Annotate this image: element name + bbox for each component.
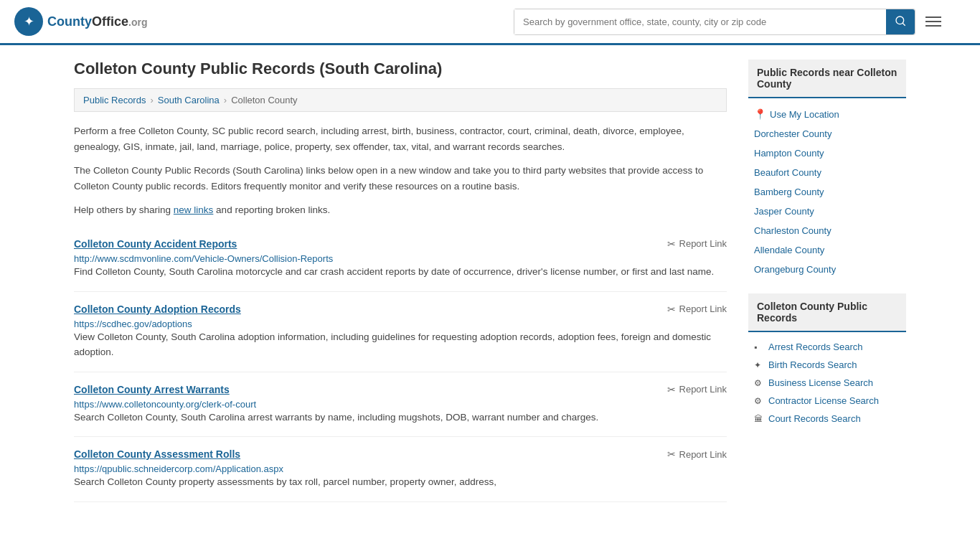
intro3-prefix: Help others by sharing: [74, 204, 174, 215]
record-url-0[interactable]: http://www.scdmvonline.com/Vehicle-Owner…: [74, 253, 333, 264]
contractor-license-icon: ⚙: [754, 396, 764, 406]
breadcrumb: Public Records › South Carolina › Collet…: [74, 88, 727, 112]
page-title: Colleton County Public Records (South Ca…: [74, 60, 727, 78]
hamburger-menu-button[interactable]: [923, 14, 944, 29]
record-title-3[interactable]: Colleton County Assessment Rolls: [74, 448, 240, 460]
court-records-icon: 🏛: [754, 414, 764, 424]
record-title-0[interactable]: Colleton County Accident Reports: [74, 238, 237, 250]
location-pin-icon: 📍: [754, 108, 766, 120]
contractor-license-link[interactable]: Contractor License Search: [768, 395, 879, 406]
scissors-icon-1: ✂: [667, 303, 676, 315]
logo-icon: ✦: [14, 7, 43, 36]
hampton-county-link[interactable]: Hampton County: [754, 148, 824, 159]
logo-county: County: [47, 14, 92, 29]
sidebar-contractor-license: ⚙ Contractor License Search: [748, 392, 906, 410]
sidebar-item-charleston: Charleston County: [748, 221, 906, 240]
jasper-county-link[interactable]: Jasper County: [754, 206, 814, 217]
intro-text-2: The Colleton County Public Records (Sout…: [74, 163, 727, 194]
record-url-2[interactable]: https://www.colletoncounty.org/clerk-of-…: [74, 399, 256, 410]
hamburger-line-3: [925, 25, 941, 27]
record-desc-3: Search Colleton County property assessme…: [74, 474, 727, 490]
intro-text-3: Help others by sharing new links and rep…: [74, 202, 727, 218]
business-license-link[interactable]: Business License Search: [768, 377, 873, 388]
breadcrumb-current: Colleton County: [231, 95, 298, 105]
breadcrumb-sep-1: ›: [150, 95, 153, 105]
charleston-county-link[interactable]: Charleston County: [754, 225, 831, 236]
record-title-1[interactable]: Colleton County Adoption Records: [74, 303, 241, 315]
record-desc-1: View Colleton County, South Carolina ado…: [74, 329, 727, 360]
search-button[interactable]: [886, 9, 915, 34]
sidebar-item-hampton: Hampton County: [748, 143, 906, 163]
logo-domain: .org: [128, 17, 147, 28]
use-location[interactable]: 📍 Use My Location: [748, 104, 906, 124]
record-item: Colleton County Accident Reports ✂ Repor…: [74, 227, 727, 292]
report-link-button-0[interactable]: ✂ Report Link: [667, 238, 727, 250]
arrest-records-icon: ▪: [754, 342, 764, 352]
sidebar-birth-records: ✦ Birth Records Search: [748, 356, 906, 374]
breadcrumb-sep-2: ›: [224, 95, 227, 105]
intro3-suffix: and reporting broken links.: [213, 204, 330, 215]
breadcrumb-public-records[interactable]: Public Records: [83, 95, 146, 105]
record-url-1[interactable]: https://scdhec.gov/adoptions: [74, 319, 192, 329]
record-header: Colleton County Assessment Rolls ✂ Repor…: [74, 448, 727, 460]
hamburger-line-1: [925, 17, 941, 18]
logo-text: CountyOffice.org: [47, 14, 147, 29]
new-links-link[interactable]: new links: [174, 204, 214, 215]
record-item: Colleton County Assessment Rolls ✂ Repor…: [74, 437, 727, 502]
nearby-title: Public Records near Colleton County: [748, 60, 906, 98]
sidebar-court-records: 🏛 Court Records Search: [748, 410, 906, 428]
sidebar: Public Records near Colleton County 📍 Us…: [748, 60, 906, 502]
record-item: Colleton County Adoption Records ✂ Repor…: [74, 292, 727, 372]
records-list: Colleton County Accident Reports ✂ Repor…: [74, 227, 727, 502]
scissors-icon-0: ✂: [667, 238, 676, 250]
hamburger-line-2: [925, 21, 941, 22]
report-link-button-1[interactable]: ✂ Report Link: [667, 303, 727, 315]
sidebar-arrest-records: ▪ Arrest Records Search: [748, 338, 906, 356]
report-link-label-2: Report Link: [679, 384, 727, 395]
business-license-icon: ⚙: [754, 378, 764, 388]
record-title-2[interactable]: Colleton County Arrest Warrants: [74, 384, 230, 395]
records-section-title: Colleton County Public Records: [748, 293, 906, 332]
sidebar-item-jasper: Jasper County: [748, 202, 906, 221]
scissors-icon-3: ✂: [667, 448, 676, 460]
search-area: [514, 9, 944, 35]
scissors-icon-2: ✂: [667, 384, 676, 395]
report-link-button-2[interactable]: ✂ Report Link: [667, 384, 727, 395]
arrest-records-link[interactable]: Arrest Records Search: [768, 342, 863, 352]
court-records-link[interactable]: Court Records Search: [768, 413, 861, 424]
record-header: Colleton County Arrest Warrants ✂ Report…: [74, 384, 727, 395]
report-link-button-3[interactable]: ✂ Report Link: [667, 448, 727, 460]
sidebar-item-allendale: Allendale County: [748, 240, 906, 260]
report-link-label-3: Report Link: [679, 449, 727, 460]
content-area: Colleton County Public Records (South Ca…: [74, 60, 727, 502]
search-input[interactable]: [514, 9, 886, 34]
record-desc-0: Find Colleton County, South Carolina mot…: [74, 264, 727, 280]
allendale-county-link[interactable]: Allendale County: [754, 245, 824, 255]
logo-area: ✦ CountyOffice.org: [14, 7, 147, 36]
use-my-location-link[interactable]: Use My Location: [770, 109, 839, 120]
main-container: Colleton County Public Records (South Ca…: [60, 45, 920, 517]
record-header: Colleton County Accident Reports ✂ Repor…: [74, 238, 727, 250]
sidebar-item-orangeburg: Orangeburg County: [748, 260, 906, 279]
svg-line-1: [903, 23, 905, 26]
nearby-section: Public Records near Colleton County 📍 Us…: [748, 60, 906, 279]
record-url-3[interactable]: https://qpublic.schneidercorp.com/Applic…: [74, 463, 283, 474]
sidebar-item-beaufort: Beaufort County: [748, 163, 906, 182]
site-header: ✦ CountyOffice.org: [0, 0, 980, 45]
orangeburg-county-link[interactable]: Orangeburg County: [754, 264, 836, 275]
report-link-label-0: Report Link: [679, 238, 727, 249]
logo-office: Office: [92, 14, 128, 29]
record-header: Colleton County Adoption Records ✂ Repor…: [74, 303, 727, 315]
sidebar-business-license: ⚙ Business License Search: [748, 374, 906, 392]
record-item: Colleton County Arrest Warrants ✂ Report…: [74, 372, 727, 438]
bamberg-county-link[interactable]: Bamberg County: [754, 187, 824, 197]
birth-records-link[interactable]: Birth Records Search: [768, 359, 857, 370]
birth-records-icon: ✦: [754, 360, 764, 370]
beaufort-county-link[interactable]: Beaufort County: [754, 167, 821, 178]
sidebar-item-bamberg: Bamberg County: [748, 182, 906, 202]
records-section: Colleton County Public Records ▪ Arrest …: [748, 293, 906, 428]
sidebar-item-dorchester: Dorchester County: [748, 124, 906, 143]
dorchester-county-link[interactable]: Dorchester County: [754, 128, 831, 139]
breadcrumb-south-carolina[interactable]: South Carolina: [158, 95, 220, 105]
report-link-label-1: Report Link: [679, 303, 727, 314]
